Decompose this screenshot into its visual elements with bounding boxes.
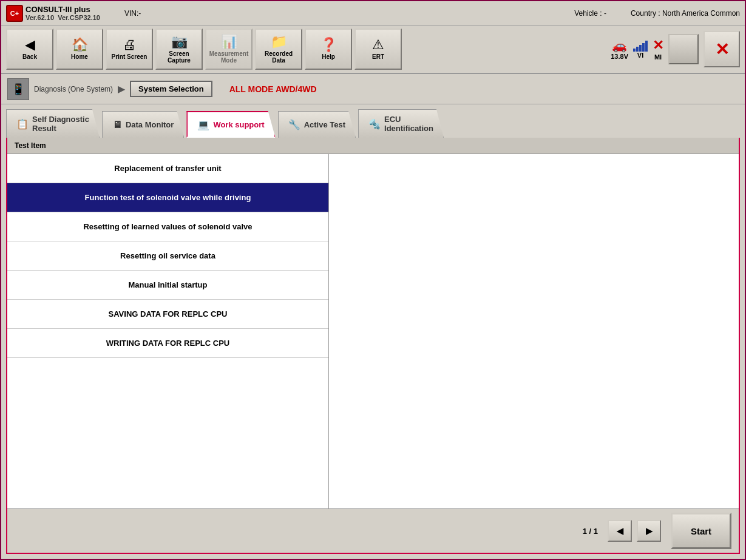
signal-bars <box>633 39 648 52</box>
gray-button-1[interactable] <box>668 34 699 64</box>
next-icon: ▶ <box>646 526 653 536</box>
capture-button[interactable]: 📷 Screen Capture <box>155 29 203 70</box>
title-bar: C+ CONSULT-III plus Ver.62.10 Ver.CSP32.… <box>1 1 745 25</box>
active-test-icon: 🔧 <box>288 119 300 130</box>
tab-bar: 📋 Self DiagnosticResult 🖥 Data Monitor 💻… <box>1 104 745 138</box>
status-indicators: 🚗 13.8V VI ✕ MI <box>611 31 740 67</box>
ert-button[interactable]: ⚠ ERT <box>354 29 402 70</box>
camera-icon: 📷 <box>171 35 188 49</box>
start-button[interactable]: Start <box>671 513 731 549</box>
tab-ecu-id[interactable]: 🔩 ECUIdentification <box>358 109 444 138</box>
tab-data-monitor[interactable]: 🖥 Data Monitor <box>102 111 184 138</box>
measurement-button[interactable]: 📊 Measurement Mode <box>205 29 253 70</box>
list-item[interactable]: WRITING DATA FOR REPLC CPU <box>7 329 328 358</box>
measurement-icon: 📊 <box>221 35 237 49</box>
list-item[interactable]: Replacement of transfer unit <box>7 154 328 183</box>
ert-icon: ⚠ <box>372 38 384 52</box>
close-icon: ✕ <box>715 39 729 59</box>
vehicle-info: Vehicle : - <box>574 9 606 18</box>
breadcrumb-diagnosis: Diagnosis (One System) <box>34 85 113 93</box>
logo-icon: C+ <box>6 5 23 22</box>
list-item[interactable]: Resetting oil service data <box>7 241 328 271</box>
close-button[interactable]: ✕ <box>704 31 740 67</box>
self-diag-icon: 📋 <box>16 118 29 130</box>
country-info: Country : North America Common <box>631 9 740 18</box>
vin-info: VIN:- <box>124 9 141 18</box>
home-icon: 🏠 <box>72 38 88 52</box>
recorded-data-button[interactable]: 📁 Recorded Data <box>255 29 302 70</box>
content-area: Test Item Replacement of transfer unit F… <box>6 138 740 554</box>
app-logo: C+ CONSULT-III plus Ver.62.10 Ver.CSP32.… <box>6 5 100 22</box>
mi-indicator: ✕ MI <box>653 38 663 61</box>
content-split: Replacement of transfer unit Function te… <box>7 154 739 508</box>
tab-self-diagnostic[interactable]: 📋 Self DiagnosticResult <box>6 109 100 138</box>
list-item-selected[interactable]: Function test of solenoid valve while dr… <box>7 183 328 212</box>
help-button[interactable]: ❓ Help <box>305 29 352 70</box>
test-item-header: Test Item <box>7 138 739 154</box>
tab-active-test[interactable]: 🔧 Active Test <box>278 111 356 138</box>
list-item[interactable]: Manual initial startup <box>7 271 328 300</box>
main-window: C+ CONSULT-III plus Ver.62.10 Ver.CSP32.… <box>0 0 746 560</box>
version-info: Ver.62.10 Ver.CSP32.10 <box>25 14 100 21</box>
prev-page-button[interactable]: ◀ <box>608 520 632 542</box>
vi-indicator: VI <box>633 39 648 59</box>
help-icon: ❓ <box>320 38 337 52</box>
battery-icon: 🚗 <box>612 38 627 53</box>
list-panel: Replacement of transfer unit Function te… <box>7 154 329 508</box>
data-monitor-icon: 🖥 <box>112 120 122 130</box>
back-icon: ◀ <box>25 38 35 52</box>
voltage-indicator: 🚗 13.8V <box>611 38 628 60</box>
ecu-icon: 🔩 <box>368 118 381 130</box>
prev-icon: ◀ <box>617 526 623 536</box>
tab-work-support[interactable]: 💻 Work support <box>186 111 275 138</box>
recorded-icon: 📁 <box>271 35 287 49</box>
mode-label: ALL MODE AWD/4WD <box>229 84 317 94</box>
breadcrumb-system-selection[interactable]: System Selection <box>130 81 212 97</box>
bottom-bar: 1 / 1 ◀ ▶ Start <box>7 508 739 553</box>
breadcrumb-arrow: ▶ <box>118 83 125 95</box>
breadcrumb-bar: 📱 Diagnosis (One System) ▶ System Select… <box>1 74 745 104</box>
page-info: 1 / 1 <box>583 527 598 536</box>
work-support-icon: 💻 <box>197 119 209 130</box>
print-icon: 🖨 <box>123 38 136 52</box>
back-button[interactable]: ◀ Back <box>6 29 53 70</box>
list-item[interactable]: SAVING DATA FOR REPLC CPU <box>7 300 328 329</box>
list-item[interactable]: Resetting of learned values of solenoid … <box>7 212 328 241</box>
app-name: CONSULT-III plus <box>25 5 100 14</box>
mi-icon: ✕ <box>653 38 663 53</box>
print-button[interactable]: 🖨 Print Screen <box>106 29 153 70</box>
device-icon: 📱 <box>7 78 29 100</box>
toolbar: ◀ Back 🏠 Home 🖨 Print Screen 📷 Screen Ca… <box>1 25 745 74</box>
home-button[interactable]: 🏠 Home <box>56 29 103 70</box>
next-page-button[interactable]: ▶ <box>637 520 661 542</box>
right-panel <box>329 154 739 508</box>
